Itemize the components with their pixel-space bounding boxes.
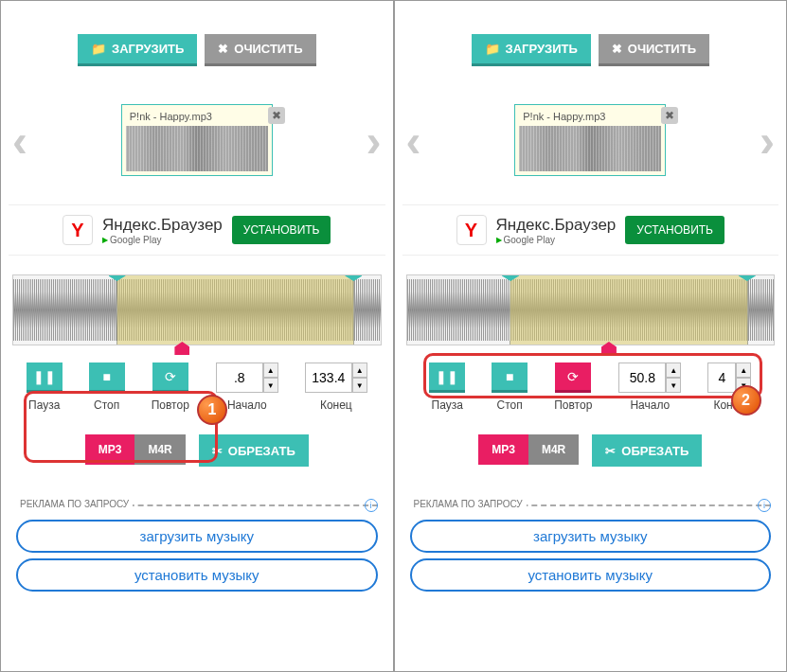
install-button[interactable]: УСТАНОВИТЬ [625, 216, 724, 244]
format-toggle[interactable]: MP3 M4R [478, 434, 579, 467]
pause-label: Пауза [28, 398, 60, 412]
repeat-label: Повтор [152, 398, 189, 412]
repeat-label: Повтор [554, 398, 592, 412]
format-toggle[interactable]: MP3 M4R [85, 434, 186, 467]
scissors-icon: ✂ [605, 444, 616, 458]
selection-range[interactable] [510, 275, 748, 345]
end-up[interactable]: ▲ [352, 363, 367, 378]
folder-icon: 📁 [485, 42, 500, 56]
start-label: Начало [227, 398, 267, 412]
start-field[interactable] [618, 363, 666, 393]
waveform-editor[interactable] [406, 274, 776, 345]
file-thumbnail-wave [519, 126, 661, 171]
repeat-button[interactable]: ⟳ [152, 363, 188, 393]
file-carousel: ‹ P!nk - Happy.mp3 ✖ › [402, 104, 779, 176]
pause-button[interactable]: ❚❚ [27, 363, 63, 393]
start-down[interactable]: ▼ [666, 378, 681, 393]
chevron-left-icon[interactable]: ‹ [406, 115, 421, 167]
selection-range[interactable] [116, 275, 355, 345]
panel-right: 📁ЗАГРУЗИТЬ ✖ОЧИСТИТЬ ‹ P!nk - Happy.mp3 … [394, 0, 788, 672]
m4r-button[interactable]: M4R [528, 434, 579, 465]
waveform-editor[interactable] [12, 274, 382, 345]
mp3-button[interactable]: MP3 [85, 434, 135, 465]
stop-button[interactable]: ■ [89, 363, 125, 393]
waveform[interactable] [406, 274, 776, 345]
ads-label: РЕКЛАМА ПО ЗАПРОСУ [410, 499, 527, 509]
load-button[interactable]: 📁ЗАГРУЗИТЬ [78, 34, 197, 66]
ad-banner[interactable]: Y Яндекс.Браузер Google Play УСТАНОВИТЬ [9, 204, 385, 256]
load-button[interactable]: 📁ЗАГРУЗИТЬ [472, 34, 591, 66]
badge-1: 1 [197, 395, 227, 425]
chevron-right-icon[interactable]: › [367, 115, 382, 167]
ad-banner[interactable]: Y Яндекс.Браузер Google Play УСТАНОВИТЬ [402, 204, 779, 256]
repeat-button-active[interactable]: ⟳ [555, 363, 591, 393]
ad-link-1[interactable]: загрузить музыку [410, 520, 772, 553]
format-row: MP3 M4R ✂ОБРЕЗАТЬ [402, 434, 779, 467]
file-card[interactable]: P!nk - Happy.mp3 ✖ [121, 104, 273, 176]
folder-icon: 📁 [91, 42, 106, 56]
install-button[interactable]: УСТАНОВИТЬ [232, 216, 331, 244]
start-down[interactable]: ▼ [263, 378, 278, 393]
controls-row: ❚❚Пауза ■Стоп ⟳Повтор ▲▼ Начало ▲▼ Конец [402, 363, 779, 412]
ads-label: РЕКЛАМА ПО ЗАПРОСУ [16, 499, 133, 509]
file-name: P!nk - Happy.mp3 [126, 109, 268, 126]
close-icon[interactable]: ✖ [268, 107, 285, 124]
yandex-logo-icon: Y [456, 215, 487, 245]
ads-section: РЕКЛАМА ПО ЗАПРОСУ i загрузить музыку ус… [410, 504, 772, 592]
start-label: Начало [630, 398, 670, 412]
cut-button[interactable]: ✂ОБРЕЗАТЬ [592, 434, 702, 467]
mp3-button[interactable]: MP3 [478, 434, 528, 465]
end-input[interactable]: ▲▼ [305, 363, 367, 393]
stop-label: Стоп [497, 398, 523, 412]
ad-link-1[interactable]: загрузить музыку [16, 520, 378, 553]
waveform[interactable] [12, 274, 382, 345]
file-card[interactable]: P!nk - Happy.mp3 ✖ [514, 104, 666, 176]
format-row: MP3 M4R ✂ОБРЕЗАТЬ [9, 434, 385, 467]
topbar: 📁ЗАГРУЗИТЬ ✖ОЧИСТИТЬ [402, 34, 779, 66]
start-field[interactable] [216, 363, 263, 393]
cut-button[interactable]: ✂ОБРЕЗАТЬ [199, 434, 309, 467]
start-input[interactable]: ▲▼ [618, 363, 681, 393]
chevron-left-icon[interactable]: ‹ [12, 115, 27, 167]
x-icon: ✖ [612, 42, 622, 56]
scissors-icon: ✂ [212, 444, 223, 458]
start-up[interactable]: ▲ [263, 363, 278, 378]
chevron-right-icon[interactable]: › [760, 115, 775, 167]
ad-title: Яндекс.Браузер [496, 216, 617, 235]
ad-link-2[interactable]: установить музыку [16, 558, 378, 592]
pause-label: Пауза [432, 398, 463, 412]
ad-link-2[interactable]: установить музыку [410, 558, 772, 592]
end-label: Конец [320, 398, 352, 412]
close-icon[interactable]: ✖ [661, 107, 678, 124]
stop-button[interactable]: ■ [492, 363, 528, 393]
start-input[interactable]: ▲▼ [216, 363, 278, 393]
file-thumbnail-wave [126, 126, 268, 171]
ad-store: Google Play [102, 235, 223, 245]
start-up[interactable]: ▲ [666, 363, 681, 378]
topbar: 📁ЗАГРУЗИТЬ ✖ОЧИСТИТЬ [9, 34, 385, 66]
info-icon[interactable]: i [758, 499, 771, 512]
file-carousel: ‹ P!nk - Happy.mp3 ✖ › [9, 104, 385, 176]
end-up[interactable]: ▲ [736, 363, 751, 378]
x-icon: ✖ [218, 42, 228, 56]
badge-2: 2 [731, 385, 761, 416]
pause-button[interactable]: ❚❚ [429, 363, 465, 393]
ad-store: Google Play [496, 235, 617, 245]
info-icon[interactable]: i [365, 499, 378, 512]
stop-label: Стоп [94, 398, 119, 412]
end-down[interactable]: ▼ [352, 378, 367, 393]
end-field[interactable] [305, 363, 352, 393]
panel-left: 📁ЗАГРУЗИТЬ ✖ОЧИСТИТЬ ‹ P!nk - Happy.mp3 … [0, 0, 394, 672]
end-field[interactable] [707, 363, 736, 393]
m4r-button[interactable]: M4R [134, 434, 185, 465]
ad-title: Яндекс.Браузер [102, 216, 223, 235]
file-name: P!nk - Happy.mp3 [519, 109, 661, 126]
yandex-logo-icon: Y [63, 215, 93, 245]
ads-section: РЕКЛАМА ПО ЗАПРОСУ i загрузить музыку ус… [16, 504, 378, 592]
clear-button[interactable]: ✖ОЧИСТИТЬ [205, 34, 315, 66]
clear-button[interactable]: ✖ОЧИСТИТЬ [599, 34, 709, 66]
